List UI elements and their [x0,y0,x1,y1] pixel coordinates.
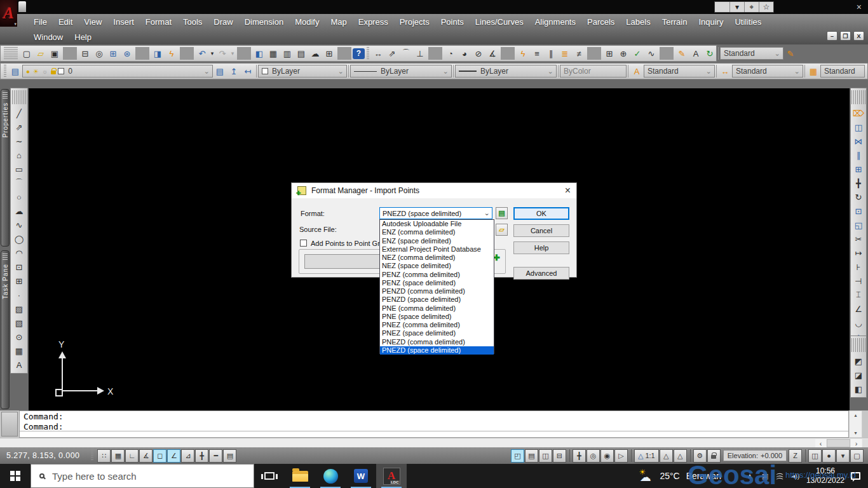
start-button[interactable] [0,464,31,488]
menu-format[interactable]: Format [140,17,177,27]
snap-toggle[interactable]: ∷ [97,449,111,463]
advanced-button[interactable]: Advanced [513,267,569,280]
edge-button[interactable] [315,464,346,488]
sheet-set-manager-icon[interactable]: ▤ [294,46,308,60]
arc-icon[interactable]: ⌒ [12,176,26,190]
dimension-update-icon[interactable]: ✎ [783,46,797,60]
tray-caret-icon[interactable]: ▾ [836,449,850,463]
format-option[interactable]: PENZ (space delimited) [380,279,494,287]
menu-utilities[interactable]: Utilities [729,17,767,27]
format-option[interactable]: PENZD (comma delimited) [380,287,494,295]
open-icon[interactable]: ▱ [34,46,48,60]
redo-caret-icon[interactable]: ▾ [229,46,236,60]
break-at-point-icon[interactable]: ⊦ [851,260,865,274]
mirror-icon[interactable]: ⋈ [851,134,865,148]
format-option[interactable]: PNEZ (space delimited) [380,329,494,337]
menu-edit[interactable]: Edit [53,17,78,27]
properties-palette-tab[interactable]: Properties [1,89,10,247]
markup-set-manager-icon[interactable]: ☁ [308,46,322,60]
table-style-icon[interactable]: ▦ [806,64,820,78]
menu-insert[interactable]: Insert [107,17,140,27]
dim-style-combo-2[interactable]: Standard › [732,65,803,78]
chamfer-icon[interactable]: ∠ [851,302,865,316]
menu-parcels[interactable]: Parcels [581,17,620,27]
stretch-icon[interactable]: ◱ [851,218,865,232]
command-vertical-scrollbar[interactable]: ▴ ▾ [849,410,862,438]
menu-file[interactable]: File [28,17,53,27]
search-icon[interactable] [715,2,729,12]
fillet-icon[interactable]: ◡ [851,316,865,330]
menu-window[interactable]: Window [28,32,69,42]
color-combo[interactable]: ByLayer › [258,65,347,78]
format-combo[interactable]: PNEZD (space delimited) › [379,207,492,219]
tool-palettes-icon[interactable]: ▥ [280,46,294,60]
cancel-button[interactable]: Cancel [513,224,569,237]
qp-toggle[interactable]: ▤ [223,449,236,463]
weather-icon[interactable]: ☀ ☁ [638,470,653,482]
format-option[interactable]: PNE (comma delimited) [380,304,494,313]
layer-properties-manager-icon[interactable]: ▤ [8,64,22,78]
join-icon[interactable]: ⌶ [851,288,865,302]
new-icon[interactable]: ▢ [20,46,34,60]
menu-draw[interactable]: Draw [208,17,238,27]
menu-help[interactable]: Help [69,32,97,42]
menu-lines-curves[interactable]: Lines/Curves [470,17,529,27]
array-icon[interactable]: ⊞ [851,162,865,176]
format-option[interactable]: PNE (space delimited) [380,313,494,321]
circle-icon[interactable]: ○ [12,190,26,204]
weather-temp[interactable]: 25°C [660,471,679,481]
plot-icon[interactable]: ⊟ [78,46,92,60]
dim-update-icon[interactable]: ↻ [703,46,717,60]
hatch-icon[interactable]: ▨ [12,302,26,316]
ellipse-icon[interactable]: ◯ [12,232,26,246]
menu-tools[interactable]: Tools [177,17,208,27]
command-window-grip[interactable] [1,412,18,437]
dim-continue-icon[interactable]: ∥ [544,46,558,60]
polar-toggle[interactable]: ∡ [139,449,153,463]
annotation-scale-button[interactable]: △ 1:1 [634,449,659,463]
text-style-combo[interactable]: Standard › [644,65,715,78]
point-icon[interactable]: · [12,288,26,302]
dim-style-icon[interactable]: ↔ [718,64,732,78]
undo-icon[interactable]: ↶ [195,46,209,60]
dwf-icon[interactable]: ⊛ [120,46,134,60]
quick-view-layouts-button[interactable]: ⊟ [553,449,566,463]
construction-line-icon[interactable]: ⇗ [12,120,26,134]
gradient-icon[interactable]: ▧ [12,316,26,330]
scroll-up-icon[interactable]: ▴ [854,412,857,418]
search-caret-icon[interactable]: ▾ [729,2,744,12]
menu-dimension[interactable]: Dimension [239,17,289,27]
dim-inspect-icon[interactable]: ✓ [630,46,644,60]
command-history[interactable]: Command: Command: [19,410,849,438]
plot-preview-icon[interactable]: ◎ [92,46,106,60]
auto-annotate-button[interactable]: △ [674,449,687,463]
doc-restore-button[interactable]: ❐ [840,31,851,41]
menu-express[interactable]: Express [353,17,394,27]
pan-button[interactable]: ╋ [573,449,586,463]
dyn-toggle[interactable]: ╋ [195,449,208,463]
file-explorer-button[interactable] [285,464,315,488]
format-option[interactable]: NEZ (comma delimited) [380,254,494,262]
plot-style-combo[interactable]: ByColor [560,65,627,78]
format-option[interactable]: PNEZD (space delimited) [380,346,494,355]
lwt-toggle[interactable]: ━ [209,449,222,463]
format-option[interactable]: PENZ (comma delimited) [380,271,494,279]
format-option[interactable]: PENZD (space delimited) [380,295,494,304]
spline-icon[interactable]: ∿ [12,218,26,232]
quickcalc-icon[interactable]: ⊞ [322,46,336,60]
menu-inquiry[interactable]: Inquiry [693,17,729,27]
scroll-left-icon[interactable]: ‹ [815,439,826,447]
extend-icon[interactable]: ↦ [851,246,865,260]
browse-folder-button[interactable]: ▱ [496,224,508,236]
scrollbar-thumb[interactable] [827,439,850,447]
dim-space-icon[interactable]: ≣ [558,46,572,60]
revision-cloud-icon[interactable]: ☁ [12,204,26,218]
status-tray-button[interactable]: ◫ [808,449,822,463]
word-button[interactable]: W [346,464,376,488]
rectangle-icon[interactable]: ▭ [12,162,26,176]
move-icon[interactable]: ╋ [851,176,865,190]
task-pane-palette-tab[interactable]: Task Pane [1,250,10,409]
steering-wheel-button[interactable]: ◉ [600,449,614,463]
format-option[interactable]: External Project Point Database [380,245,494,254]
dim-jog-line-icon[interactable]: ∿ [644,46,658,60]
